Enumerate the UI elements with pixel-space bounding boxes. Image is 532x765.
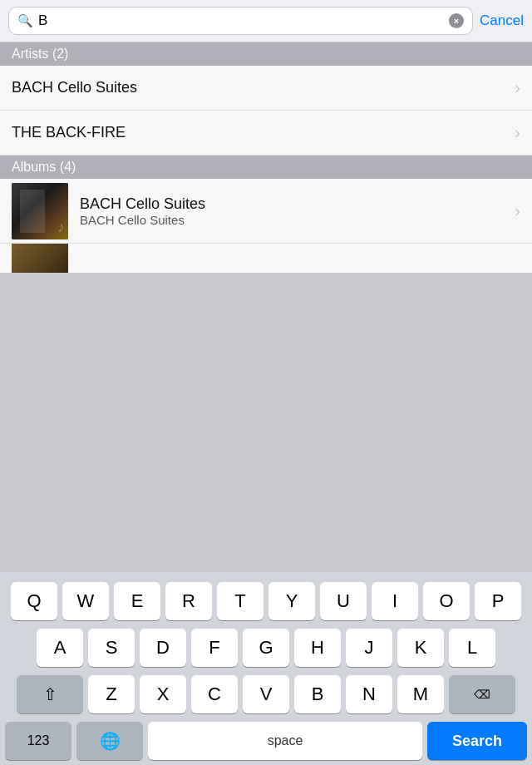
key-j[interactable]: J: [346, 629, 392, 667]
album-info: BACH Cello Suites BACH Cello Suites: [80, 195, 503, 227]
key-y[interactable]: Y: [268, 582, 315, 620]
shift-key[interactable]: ⇧: [17, 675, 83, 713]
key-s[interactable]: S: [88, 629, 135, 667]
key-g[interactable]: G: [243, 629, 289, 667]
key-d[interactable]: D: [140, 629, 186, 667]
search-key[interactable]: Search: [427, 722, 527, 760]
bottom-row: 123 🌐 space Search: [5, 722, 527, 760]
key-c[interactable]: C: [191, 675, 238, 713]
key-a[interactable]: A: [37, 629, 83, 667]
shift-icon: ⇧: [43, 684, 57, 704]
albums-section-header: Albums (4): [0, 155, 532, 179]
search-input-wrap: 🔍 ×: [8, 7, 473, 35]
key-r[interactable]: R: [165, 582, 212, 620]
cancel-button[interactable]: Cancel: [480, 12, 524, 29]
delete-key[interactable]: ⌫: [449, 675, 515, 713]
globe-key[interactable]: 🌐: [76, 722, 143, 760]
key-n[interactable]: N: [346, 675, 392, 713]
key-q[interactable]: Q: [11, 582, 57, 620]
album-item[interactable]: BACH Cello Suites BACH Cello Suites ›: [0, 179, 532, 244]
key-o[interactable]: O: [423, 582, 470, 620]
chevron-right-icon: ›: [515, 78, 520, 97]
key-row-2: A S D F G H J K L: [5, 629, 527, 667]
key-e[interactable]: E: [114, 582, 160, 620]
key-v[interactable]: V: [243, 675, 289, 713]
artists-section-header: Artists (2): [0, 42, 532, 66]
key-u[interactable]: U: [320, 582, 367, 620]
key-x[interactable]: X: [140, 675, 186, 713]
key-z[interactable]: Z: [88, 675, 135, 713]
partial-thumbnail: [12, 244, 68, 273]
album-subtitle: BACH Cello Suites: [80, 213, 503, 227]
search-icon: 🔍: [17, 13, 33, 28]
key-w[interactable]: W: [62, 582, 109, 620]
search-input[interactable]: [38, 12, 444, 29]
chevron-right-icon: ›: [515, 201, 520, 220]
key-p[interactable]: P: [475, 582, 521, 620]
key-h[interactable]: H: [294, 629, 341, 667]
list-item[interactable]: BACH Cello Suites ›: [0, 66, 532, 111]
key-t[interactable]: T: [217, 582, 264, 620]
album-thumbnail: [12, 183, 68, 239]
key-i[interactable]: I: [372, 582, 418, 620]
key-b[interactable]: B: [294, 675, 341, 713]
key-row-3: ⇧ Z X C V B N M ⌫: [5, 675, 527, 713]
keyboard: Q W E R T Y U I O P A S D F G H J K L ⇧ …: [0, 572, 532, 765]
album-title: BACH Cello Suites: [80, 195, 503, 213]
chevron-right-icon: ›: [515, 123, 520, 142]
clear-button[interactable]: ×: [449, 13, 464, 28]
space-key[interactable]: space: [148, 722, 422, 760]
list-item[interactable]: THE BACK-FIRE ›: [0, 111, 532, 155]
partial-album-item: [0, 244, 532, 273]
key-row-1: Q W E R T Y U I O P: [5, 582, 527, 620]
search-bar: 🔍 × Cancel: [0, 0, 532, 42]
artist-name: THE BACK-FIRE: [12, 124, 505, 141]
key-m[interactable]: M: [397, 675, 444, 713]
artist-name: BACH Cello Suites: [12, 79, 505, 96]
key-l[interactable]: L: [449, 629, 495, 667]
key-k[interactable]: K: [397, 629, 444, 667]
number-key[interactable]: 123: [5, 722, 71, 760]
key-f[interactable]: F: [191, 629, 238, 667]
